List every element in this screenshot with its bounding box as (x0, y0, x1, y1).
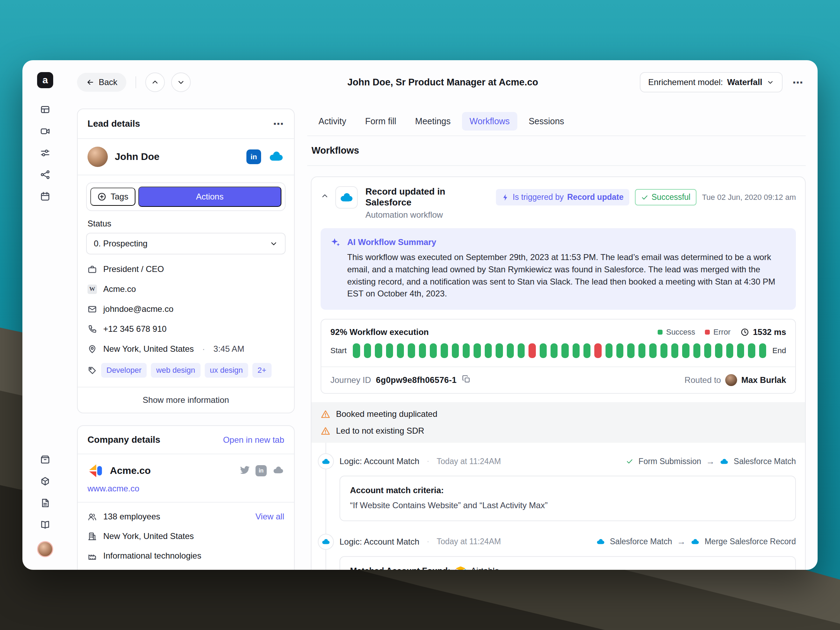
detail-row: Matched Account Found: Airtable (350, 566, 785, 570)
warnings-block: Booked meeting duplicated Led to not exi… (311, 402, 805, 443)
status-label: Status (87, 219, 284, 229)
salesforce-icon[interactable] (268, 150, 284, 163)
salesforce-icon (720, 458, 729, 465)
user-avatar[interactable] (37, 541, 53, 557)
company-card-title: Company details (87, 434, 160, 445)
enrichment-model-dropdown[interactable]: Enrichement model: Waterfall (640, 72, 783, 92)
segment-success (474, 343, 480, 358)
sidebar-item-integrations[interactable] (40, 476, 51, 486)
workflow-titles: Record updated in Salesforce Automation … (365, 186, 489, 220)
warning-row: Led to not existing SDR (321, 422, 796, 439)
timeline-item-time: Today at 11:24AM (436, 537, 501, 546)
collapse-button[interactable] (321, 192, 329, 202)
company-website-link[interactable]: www.acme.co (78, 481, 294, 503)
copy-button[interactable] (462, 374, 471, 386)
warning-row: Booked meeting duplicated (321, 406, 796, 422)
segment-success (616, 343, 623, 358)
tab-sessions[interactable]: Sessions (521, 112, 572, 131)
plus-circle-icon (97, 192, 106, 201)
main-area: Back John Doe, Sr Product Manager at Acm… (68, 60, 818, 570)
journey-row: Journey ID 6g0pw9e8fh06576-1 Routed to M… (321, 367, 795, 393)
timeline-item: Logic: Account Match · Today at 11:24AM … (318, 453, 796, 521)
left-column: Lead details ⋯ John Doe in Tags (77, 109, 295, 570)
check-icon (641, 194, 649, 201)
company-logo (87, 463, 104, 479)
sidebar-item-calendar[interactable] (40, 191, 51, 202)
linkedin-icon[interactable]: in (256, 465, 267, 476)
overflow-menu-button[interactable]: ⋯ (793, 76, 804, 88)
segment-success (759, 343, 766, 358)
app-logo-letter: a (43, 74, 48, 86)
sidebar-item-records[interactable] (40, 104, 51, 115)
company-industry-value: Informational technologies (103, 551, 201, 561)
salesforce-icon (690, 538, 699, 545)
open-in-new-tab-link[interactable]: Open in new tab (223, 435, 284, 445)
warning-text: Led to not existing SDR (336, 426, 424, 436)
app-logo[interactable]: a (37, 72, 53, 88)
lead-tag[interactable]: web design (151, 363, 200, 377)
status-select[interactable]: 0. Prospecting (86, 233, 286, 254)
timeline-detail-card: Matched Account Found: Airtable (339, 556, 796, 570)
trigger-badge[interactable]: Is triggered by Record update (496, 189, 629, 205)
lead-tag[interactable]: ux design (205, 363, 248, 377)
company-identity-row: Acme.co in (78, 454, 294, 481)
twitter-icon[interactable] (239, 465, 250, 477)
sidebar-item-recordings[interactable] (40, 126, 51, 136)
status-value: 0. Prospecting (94, 239, 147, 248)
tab-meetings[interactable]: Meetings (407, 112, 458, 131)
actions-button[interactable]: Actions (138, 186, 281, 207)
workflow-subtitle: Automation workflow (365, 210, 489, 220)
timeline-to-label: Salesforce Match (734, 457, 796, 466)
sidebar-item-documents[interactable] (40, 498, 51, 508)
timeline-detail-card: Account match criteria: “If Website Cont… (339, 476, 796, 521)
back-button[interactable]: Back (77, 73, 126, 92)
timeline-item-badges: Form Submission → Salesforce Match (626, 456, 796, 467)
sidebar-item-docs[interactable] (40, 519, 51, 530)
segment-success (364, 343, 371, 358)
ai-summary-title: AI Workflow Summary (347, 237, 785, 247)
segment-success (452, 343, 459, 358)
segment-success (638, 343, 646, 358)
ai-summary-body: This workflow was executed on September … (347, 251, 778, 300)
company-name: Acme.co (110, 465, 233, 476)
segment-error (594, 343, 601, 358)
airtable-icon (455, 566, 466, 570)
sidebar-item-network[interactable] (40, 169, 51, 180)
lead-tag-more[interactable]: 2+ (253, 363, 272, 377)
segment-success (430, 343, 437, 358)
routed-avatar (725, 374, 737, 386)
timeline-item-badges: Salesforce Match → Merge Salesforce Reco… (596, 537, 796, 547)
lead-email-value: johndoe@acme.co (103, 304, 173, 314)
show-more-button[interactable]: Show more information (78, 387, 294, 413)
lead-field-email: johndoe@acme.co (87, 304, 284, 314)
segment-success (386, 343, 393, 358)
lead-tag[interactable]: Developer (101, 363, 147, 377)
view-all-link[interactable]: View all (256, 512, 284, 521)
briefcase-icon (87, 265, 97, 274)
back-arrow-icon (86, 78, 95, 87)
warning-icon (321, 409, 330, 418)
separator-dot: · (202, 344, 205, 354)
detail-title: Matched Account Found: (350, 566, 450, 570)
lead-card-menu-button[interactable]: ⋯ (273, 118, 284, 130)
lead-details-card: Lead details ⋯ John Doe in Tags (77, 109, 295, 413)
tags-button[interactable]: Tags (90, 188, 136, 206)
legend-success: Success (658, 328, 695, 337)
salesforce-node-icon (318, 534, 334, 550)
bar-start-label: Start (330, 346, 346, 355)
lead-location-value: New York, United States (103, 344, 194, 354)
sidebar-item-archive[interactable] (40, 454, 51, 465)
people-icon (87, 512, 97, 521)
legend-error: Error (705, 328, 731, 337)
salesforce-icon (596, 538, 605, 545)
tab-workflows[interactable]: Workflows (462, 112, 518, 131)
tab-activity[interactable]: Activity (311, 112, 354, 131)
linkedin-icon[interactable]: in (246, 150, 261, 164)
tab-form-fill[interactable]: Form fill (357, 112, 404, 131)
app-window: a Back John Doe, Sr Product Manager (22, 60, 818, 570)
next-record-button[interactable] (171, 73, 191, 92)
salesforce-icon[interactable] (272, 466, 284, 476)
lead-card-title: Lead details (87, 118, 140, 129)
sidebar-item-automations[interactable] (40, 148, 51, 158)
previous-record-button[interactable] (145, 73, 165, 92)
